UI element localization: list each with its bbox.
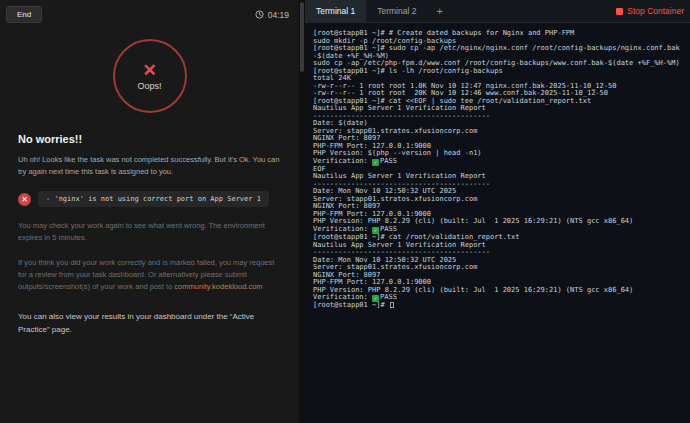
new-terminal-button[interactable]: + [427, 0, 451, 22]
result-panel: End 04:19 ✕ Oops! No worries!! Uh oh! Lo… [0, 0, 299, 423]
terminal-line: [root@stapp01 ~]# [313, 302, 685, 310]
fail-x-icon: ✕ [142, 62, 156, 79]
stop-container-label: Stop Container [627, 6, 684, 16]
clock-icon [255, 10, 264, 19]
result-intro: Uh oh! Looks like the task was not compl… [18, 154, 281, 178]
terminal-panel: Terminal 1 Terminal 2 + Stop Container [… [305, 0, 690, 423]
terminal-line: Verification: ✓PASS [313, 158, 685, 166]
app-window: End 04:19 ✕ Oops! No worries!! Uh oh! Lo… [0, 0, 690, 423]
result-content: No worries!! Uh oh! Looks like the task … [0, 133, 299, 337]
tab-terminal-1[interactable]: Terminal 1 [305, 0, 366, 22]
scrollbar-thumb[interactable] [300, 2, 304, 72]
check-icon: ✓ [372, 159, 379, 166]
error-x-icon: ✕ [18, 193, 31, 206]
stop-square-icon [616, 8, 623, 15]
end-button[interactable]: End [6, 6, 42, 23]
dashboard-note: You can also view your results in your d… [18, 311, 281, 337]
terminal-line: ----------------------------------------… [313, 113, 685, 121]
error-message: - 'nginx' is not using correct port on A… [38, 191, 269, 207]
terminal-line: [root@stapp01 ~]# sudo cp -ap /etc/nginx… [313, 45, 685, 60]
terminal-line: [root@stapp01 ~]# ls -lh /root/config-ba… [313, 68, 685, 76]
left-panel-scrollbar[interactable] [299, 0, 305, 423]
stop-container-button[interactable]: Stop Container [610, 0, 690, 22]
error-row: ✕ - 'nginx' is not using correct port on… [18, 191, 281, 207]
oops-label: Oops! [137, 81, 161, 91]
result-heading: No worries!! [18, 133, 281, 145]
left-topbar: End 04:19 [0, 0, 299, 23]
oops-badge: ✕ Oops! [113, 39, 187, 113]
community-link[interactable]: community.kodekloud.com [174, 282, 262, 291]
tab-terminal-2[interactable]: Terminal 2 [366, 0, 427, 22]
terminal-output[interactable]: [root@stapp01 ~]# # Create dated backups… [305, 23, 690, 423]
timer-value: 04:19 [268, 10, 289, 20]
terminal-header: Terminal 1 Terminal 2 + Stop Container [305, 0, 690, 23]
check-note: You may check your work again to see wha… [18, 220, 281, 244]
terminal-cursor [390, 302, 394, 308]
session-timer: 04:19 [255, 10, 289, 20]
review-note: If you think you did your work correctly… [18, 257, 281, 293]
